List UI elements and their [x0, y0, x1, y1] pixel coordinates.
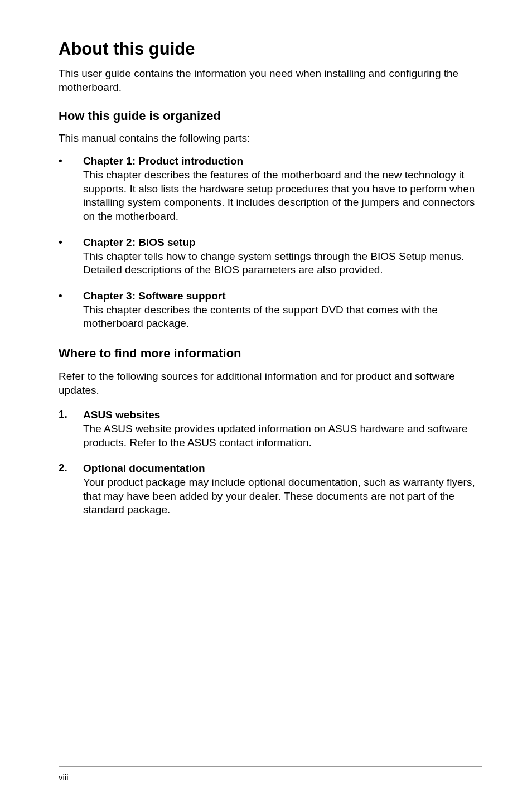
page-footer: viii — [59, 766, 482, 782]
bullet-content: Chapter 2: BIOS setup This chapter tells… — [83, 236, 482, 277]
section1-heading: How this guide is organized — [59, 109, 482, 123]
section2-intro: Refer to the following sources for addit… — [59, 370, 482, 397]
section1-intro: This manual contains the following parts… — [59, 132, 482, 144]
numbered-content: Optional documentation Your product pack… — [83, 462, 482, 517]
footer-divider — [59, 766, 482, 767]
bullet-marker: • — [59, 154, 83, 223]
page-number: viii — [59, 772, 482, 782]
numbered-item-2: 2. Optional documentation Your product p… — [59, 462, 482, 517]
bullet-marker: • — [59, 236, 83, 277]
bullet-content: Chapter 3: Software support This chapter… — [83, 289, 482, 331]
numbered-title: ASUS websites — [83, 408, 482, 422]
page-title: About this guide — [59, 39, 482, 59]
bullet-item-chapter1: • Chapter 1: Product introduction This c… — [59, 154, 482, 223]
numbered-title: Optional documentation — [83, 462, 482, 476]
numbered-content: ASUS websites The ASUS website provides … — [83, 408, 482, 450]
bullet-body: This chapter tells how to change system … — [83, 250, 482, 277]
bullet-title: Chapter 3: Software support — [83, 289, 482, 303]
bullet-body: This chapter describes the features of t… — [83, 168, 482, 224]
section2-heading: Where to find more information — [59, 346, 482, 361]
bullet-content: Chapter 1: Product introduction This cha… — [83, 154, 482, 223]
bullet-item-chapter3: • Chapter 3: Software support This chapt… — [59, 289, 482, 331]
numbered-body: The ASUS website provides updated inform… — [83, 422, 482, 450]
numbered-body: Your product package may include optiona… — [83, 476, 482, 517]
bullet-marker: • — [59, 289, 83, 331]
numbered-marker: 2. — [59, 462, 83, 517]
intro-paragraph: This user guide contains the information… — [59, 67, 482, 94]
bullet-item-chapter2: • Chapter 2: BIOS setup This chapter tel… — [59, 236, 482, 277]
numbered-marker: 1. — [59, 408, 83, 450]
numbered-item-1: 1. ASUS websites The ASUS website provid… — [59, 408, 482, 450]
bullet-title: Chapter 1: Product introduction — [83, 154, 482, 168]
bullet-body: This chapter describes the contents of t… — [83, 303, 482, 331]
bullet-title: Chapter 2: BIOS setup — [83, 236, 482, 250]
